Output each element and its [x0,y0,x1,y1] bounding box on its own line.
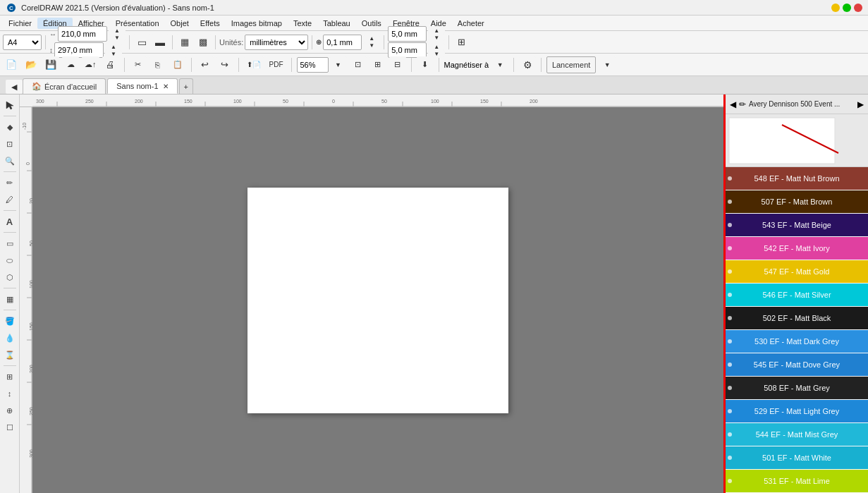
dup2-input[interactable] [388,42,427,58]
export2-btn[interactable]: PDF [267,56,286,73]
svg-text:50: 50 [381,99,387,104]
panel-back-icon[interactable]: ◀ [730,99,736,109]
tb2-sep8 [541,58,542,72]
maximize-btn[interactable] [843,4,851,12]
minimize-btn[interactable] [831,4,840,12]
color-row-530[interactable]: 530 EF - Matt Dark Grey [726,330,868,353]
undo-btn[interactable]: ↩ [197,56,214,73]
tab-close-icon[interactable]: ✕ [163,83,169,90]
nudge-up-btn[interactable]: ▲ [363,35,380,42]
launch-label-btn[interactable]: Lancement [546,56,596,73]
magnetiser-dropdown-btn[interactable]: ▼ [491,56,508,73]
save-btn[interactable]: 💾 [42,56,59,73]
color-row-547[interactable]: 547 EF - Matt Gold [726,260,868,284]
ellipse-tool-btn[interactable]: ⬭ [2,252,18,268]
redo-btn[interactable]: ↪ [216,56,233,73]
transform-tool-btn[interactable]: ⊕ [2,403,18,418]
nudge-input[interactable] [323,35,362,50]
menu-item-acheter[interactable]: Acheter [452,18,490,29]
tab-toolbar-left-btn[interactable]: ◀ [6,80,23,94]
bar-chart-btn[interactable]: ▦ [176,34,193,51]
zoom-fit-btn[interactable]: ⊡ [350,56,367,73]
zoom-input[interactable] [297,57,329,73]
launch-dropdown-btn[interactable]: ▼ [599,56,616,73]
panel-expand-icon[interactable]: ▶ [857,99,864,109]
tab-document[interactable]: Sans nom-1 ✕ [107,78,177,94]
panel-color-list[interactable]: 548 EF - Matt Nut Brown507 EF - Matt Bro… [726,167,868,493]
zoom-ruler-btn[interactable]: ⊟ [389,56,406,73]
fill-tool-btn[interactable]: 🪣 [2,313,18,329]
color-row-545[interactable]: 545 EF - Matt Dove Grey [726,353,868,377]
node-tool-btn[interactable]: ◆ [2,119,18,135]
color-row-543[interactable]: 543 EF - Matt Beige [726,214,868,237]
bar-chart2-btn[interactable]: ▩ [195,34,212,51]
polygon-tool-btn[interactable]: ⬡ [2,269,18,285]
height-up-btn[interactable]: ▲ [105,43,122,50]
menu-item-images-bitmap[interactable]: Images bitmap [226,18,288,29]
dimension-tool-btn[interactable]: ↕ [2,386,18,401]
zoom-dropdown-btn[interactable]: ▼ [330,56,347,73]
color-row-502[interactable]: 502 EF - Matt Black [726,307,868,330]
tab-add-btn[interactable]: + [179,78,193,94]
zoom-tool-btn[interactable]: 🔍 [2,153,18,169]
dup1-up-btn[interactable]: ▲ [428,27,445,34]
tab-home[interactable]: 🏠 Écran d'accueil [23,78,106,94]
cut-btn[interactable]: ✂ [130,56,147,73]
width-input[interactable] [58,26,107,42]
shadow-tool-btn[interactable]: ☐ [2,420,18,435]
rect-tool-btn[interactable]: ▭ [2,236,18,251]
menu-item-outils[interactable]: Outils [356,18,387,29]
canvas-content[interactable] [32,107,723,493]
color-row-501[interactable]: 501 EF - Matt White [726,446,868,470]
dup1-down-btn[interactable]: ▼ [428,34,445,41]
page-size-select[interactable]: A4 [3,35,42,50]
color-row-544[interactable]: 544 EF - Matt Mist Grey [726,423,868,446]
width-down-btn[interactable]: ▼ [109,34,126,41]
portrait-btn[interactable]: ▭ [133,34,150,51]
menu-item-objet[interactable]: Objet [165,18,195,29]
eyedrop-tool-btn[interactable]: 💧 [2,330,18,346]
dup2-up-btn[interactable]: ▲ [428,43,445,50]
menu-item-fichier[interactable]: Fichier [3,18,37,29]
text-tool-btn[interactable]: A [2,214,18,229]
dup1-input[interactable] [388,26,427,42]
menu-item-tableau[interactable]: Tableau [317,18,356,29]
copy-btn[interactable]: ⎘ [149,56,166,73]
color-row-548[interactable]: 548 EF - Matt Nut Brown [726,167,868,190]
close-btn[interactable] [854,4,862,12]
color-row-542[interactable]: 542 EF - Matt Ivory [726,237,868,260]
zoom-grid-btn[interactable]: ⊞ [369,56,386,73]
height-input[interactable] [54,42,104,58]
cloud-save-btn[interactable]: ☁ [62,56,79,73]
menu-item-texte[interactable]: Texte [288,18,317,29]
freehand-tool-btn[interactable]: ✏ [2,175,18,190]
color-row-531[interactable]: 531 EF - Matt Lime [726,470,868,493]
color-row-507[interactable]: 507 EF - Matt Brown [726,190,868,214]
open-btn[interactable]: 📂 [23,56,39,73]
connector-tool-btn[interactable]: ⊞ [2,369,18,384]
print-btn[interactable]: 🖨 [102,56,119,73]
crop-btn[interactable]: ⊞ [453,34,470,51]
color-dot-529 [728,409,732,413]
landscape-btn[interactable]: ▬ [152,34,169,51]
cloud-open-btn[interactable]: ☁↑ [82,56,99,73]
width-up-btn[interactable]: ▲ [109,27,126,34]
new-btn[interactable]: 📄 [3,56,20,73]
import-btn[interactable]: ⬇ [417,56,434,73]
nudge-down-btn[interactable]: ▼ [363,42,380,49]
title-bar: C CorelDRAW 2021.5 (Version d'évaluation… [0,0,868,16]
select-tool-btn[interactable] [2,97,18,113]
units-select[interactable]: millimètres [245,35,308,50]
color-row-529[interactable]: 529 EF - Matt Light Grey [726,400,868,423]
paste-btn[interactable]: 📋 [169,56,186,73]
crop-tool-btn[interactable]: ⊡ [2,136,18,152]
color-row-508[interactable]: 508 EF - Matt Grey [726,377,868,400]
color-row-546[interactable]: 546 EF - Matt Silver [726,284,868,307]
panel-edit-icon[interactable]: ✏ [739,99,746,109]
table-tool-btn[interactable]: ▦ [2,291,18,307]
settings-btn[interactable]: ⚙ [519,56,536,73]
menu-item-effets[interactable]: Effets [195,18,226,29]
blend-tool-btn[interactable]: ⌛ [2,347,18,363]
pen-tool-btn[interactable]: 🖊 [2,192,18,207]
export-btn[interactable]: ⬆📄 [244,56,264,73]
